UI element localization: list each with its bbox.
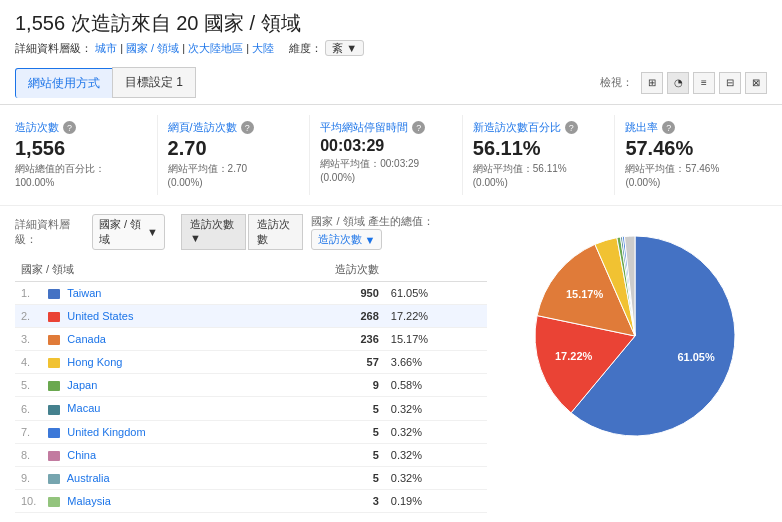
row-rank: 6. [15,397,42,420]
sort-buttons: 造訪次數▼ 造訪次數 [181,214,303,250]
row-pct: 17.22% [385,305,487,328]
row-pct: 0.32% [385,420,487,443]
tab-site-usage[interactable]: 網站使用方式 [15,68,113,98]
country-link[interactable]: United States [67,310,133,322]
country-color-icon [48,474,60,484]
table-row: 7. United Kingdom 5 0.32% [15,420,487,443]
stat-bounce-sub: 網站平均值：57.46% (0.00%) [625,162,757,190]
pie-label: 61.05% [677,351,715,363]
row-visits: 236 [269,328,385,351]
stat-nv-sub: 網站平均值：56.11% (0.00%) [473,162,605,190]
stat-ppv-value: 2.70 [168,137,300,160]
stat-avg-time: 平均網站停留時間 ? 00:03:29 網站平均值：00:03:29 (0.00… [310,115,463,195]
tab-goal[interactable]: 目標設定 1 [112,67,196,98]
stat-visits-info[interactable]: ? [63,121,76,134]
country-link[interactable]: Hong Kong [67,356,122,368]
country-color-icon [48,335,60,345]
breadcrumb-country[interactable]: 國家 / 領域 [126,42,179,54]
stat-bounce-label: 跳出率 [625,120,658,135]
table-row: 4. Hong Kong 57 3.66% [15,351,487,374]
pie-chart: 61.05%17.22%15.17% [515,216,755,456]
breadcrumb-city[interactable]: 城市 [95,42,117,54]
stat-visits-value: 1,556 [15,137,147,160]
stat-bounce-info[interactable]: ? [662,121,675,134]
stat-bounce: 跳出率 ? 57.46% 網站平均值：57.46% (0.00%) [615,115,767,195]
col-country: 國家 / 領域 [15,258,269,282]
stat-time-info[interactable]: ? [412,121,425,134]
stat-pages-per-visit: 網頁/造訪次數 ? 2.70 網站平均值：2.70 (0.00%) [158,115,311,195]
row-pct: 61.05% [385,282,487,305]
country-link[interactable]: Japan [67,379,97,391]
country-total-label: 國家 / 領域 產生的總值： 造訪次數 ▼ [311,214,487,250]
row-visits: 5 [269,466,385,489]
row-pct: 0.19% [385,489,487,512]
row-pct: 0.32% [385,466,487,489]
view-compare-icon[interactable]: ⊟ [719,72,741,94]
row-visits: 57 [269,351,385,374]
stat-nv-label: 新造訪次數百分比 [473,120,561,135]
row-pct: 0.32% [385,397,487,420]
stat-time-value: 00:03:29 [320,137,452,155]
country-color-icon [48,497,60,507]
country-link[interactable]: Taiwan [67,287,101,299]
view-pivot-icon[interactable]: ⊠ [745,72,767,94]
country-link[interactable]: Macau [67,402,100,414]
metric-dropdown[interactable]: 造訪次數 ▼ [311,229,382,250]
table-row: 10. Malaysia 3 0.19% [15,489,487,512]
stat-nv-info[interactable]: ? [565,121,578,134]
stat-visits-label: 造訪次數 [15,120,59,135]
view-grid-icon[interactable]: ⊞ [641,72,663,94]
breadcrumb-subcontinent[interactable]: 次大陸地區 [188,42,243,54]
stat-ppv-sub: 網站平均值：2.70 (0.00%) [168,162,300,190]
country-link[interactable]: Canada [67,333,106,345]
country-color-icon [48,428,60,438]
page-header: 1,556 次造訪來自 20 國家 / 領域 詳細資料層級： 城市 | 國家 /… [0,0,782,61]
sort-desc-btn[interactable]: 造訪次數▼ [181,214,246,250]
country-link[interactable]: Malaysia [67,495,110,507]
row-country: Taiwan [42,282,269,305]
breadcrumb: 詳細資料層級： 城市 | 國家 / 領域 | 次大陸地區 | 大陸 維度： 紊 … [15,41,767,56]
detail-level-label: 詳細資料層級： [15,217,84,247]
row-country: Australia [42,466,269,489]
chart-section: 61.05%17.22%15.17% [487,206,767,513]
main-content: 詳細資料層級： 國家 / 領域 ▼ 造訪次數▼ 造訪次數 國家 / 領域 產生的… [0,206,782,513]
row-rank: 8. [15,443,42,466]
row-country: China [42,443,269,466]
stat-time-label: 平均網站停留時間 [320,120,408,135]
row-country: Japan [42,374,269,397]
row-pct: 0.32% [385,443,487,466]
view-pie-icon[interactable]: ◔ [667,72,689,94]
view-icons: 檢視： ⊞ ◔ ≡ ⊟ ⊠ [600,72,767,94]
breadcrumb-continent[interactable]: 大陸 [252,42,274,54]
country-link[interactable]: United Kingdom [67,426,145,438]
row-country: Macau [42,397,269,420]
col-pct-header [385,258,487,282]
dimension-dropdown[interactable]: 紊 ▼ [325,40,364,56]
sort-asc-btn[interactable]: 造訪次數 [248,214,304,250]
row-country: Hong Kong [42,351,269,374]
row-visits: 3 [269,489,385,512]
stat-ppv-info[interactable]: ? [241,121,254,134]
table-row: 9. Australia 5 0.32% [15,466,487,489]
country-link[interactable]: Australia [67,472,110,484]
breadcrumb-label: 詳細資料層級： [15,42,92,54]
view-list-icon[interactable]: ≡ [693,72,715,94]
country-color-icon [48,405,60,415]
stat-nv-value: 56.11% [473,137,605,160]
row-visits: 5 [269,397,385,420]
table-row: 8. China 5 0.32% [15,443,487,466]
country-color-icon [48,358,60,368]
row-rank: 3. [15,328,42,351]
row-visits: 9 [269,374,385,397]
data-table: 國家 / 領域 造訪次數 1. Taiwan 950 61.05% 2. Uni… [15,258,487,513]
level-dropdown[interactable]: 國家 / 領域 ▼ [92,214,165,250]
row-country: United States [42,305,269,328]
row-rank: 1. [15,282,42,305]
stat-bounce-value: 57.46% [625,137,757,160]
row-country: Canada [42,328,269,351]
country-link[interactable]: China [67,449,96,461]
row-visits: 5 [269,420,385,443]
stat-time-sub: 網站平均值：00:03:29 (0.00%) [320,157,452,185]
row-pct: 3.66% [385,351,487,374]
table-row: 2. United States 268 17.22% [15,305,487,328]
